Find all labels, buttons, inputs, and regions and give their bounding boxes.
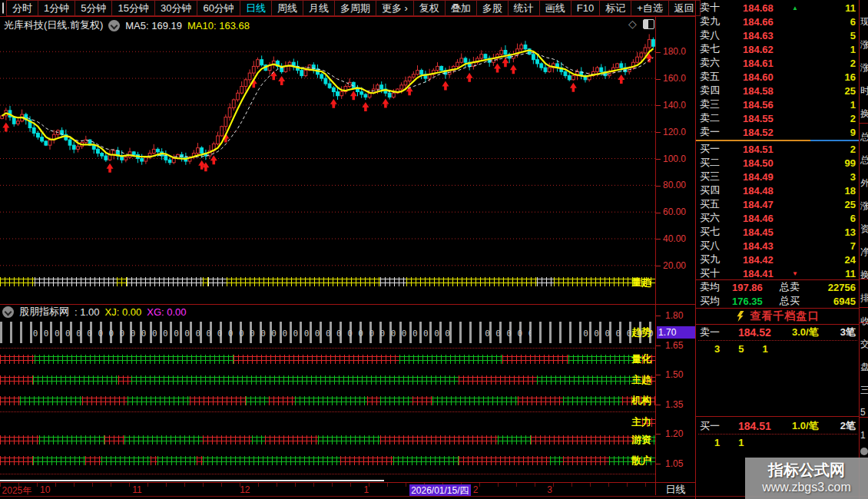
sell-level-row-6[interactable]: 卖四184.5825 [696,84,860,97]
axis-label: 60.00 [663,207,686,217]
level-label: 卖五 [700,70,743,84]
sell-queue: 351 [696,342,860,355]
level-label: 买七 [700,225,743,239]
axis-tick [656,105,661,106]
clipped-char-9: 资 [860,223,868,236]
level-price: 184.46 [743,213,792,224]
toolbar-period-7[interactable]: 周线 [271,0,303,16]
level-price: 184.61 [743,58,792,69]
sell-level-row-4[interactable]: 卖六184.612 [696,56,860,70]
sell-level-row-5[interactable]: 卖五184.6016 [696,70,860,84]
layout-icon[interactable] [2,2,4,14]
buy-level-row-5[interactable]: 买六184.466 [696,211,860,225]
fence-segment [0,276,35,289]
fence-segment [128,395,190,407]
buy-level-row-9[interactable]: 买十184.41▼11 [696,266,860,280]
toolbar-action-6[interactable]: 标记 [599,0,631,16]
clipped-char-16: 三 [860,384,868,397]
fence-segment [252,435,265,446]
toolbar-action-7[interactable]: +自选 [631,0,669,16]
axis-label: 100.0 [663,154,686,164]
dotted-separator [698,434,857,435]
level-label: 买九 [700,253,743,266]
diamond-icon[interactable]: ◇ [628,18,637,30]
axis-label: 40.00 [663,233,686,244]
toolbar-action-2[interactable]: 多股 [476,0,509,16]
axis-tick [656,405,661,405]
buy-level-row-1[interactable]: 买二184.5099 [696,156,860,170]
thousand-depth-button[interactable]: 查看千档盘口 [696,308,860,325]
watermark-title: 指标公式网 [745,460,868,481]
toolbar-action-3[interactable]: 统计 [508,0,540,16]
chevron-down-icon[interactable] [108,20,120,31]
toolbar-period-1[interactable]: 1分钟 [38,0,75,16]
toolbar-action-5[interactable]: F10 [571,0,600,16]
axis-label: 1.20 [665,428,683,439]
maximize-pane-icon[interactable] [643,19,654,29]
fence-segment [459,375,537,386]
toolbar-period-3[interactable]: 15分钟 [111,0,154,16]
zero-run: 0000000000000000000000000000000000000000… [485,329,531,341]
clipped-char-7: 外 [860,177,868,190]
chevron-down-icon[interactable] [2,306,14,318]
buy-level-row-0[interactable]: 买一184.512 [696,142,860,156]
level-label: 买八 [700,239,743,253]
sell-level-row-0[interactable]: 卖十184.68▲11 [696,1,860,15]
buy-level-row-6[interactable]: 买七184.4513 [696,225,860,239]
level-label: 买二 [700,156,743,170]
axis-tick [656,186,661,187]
level-price: 184.63 [743,30,792,41]
sell-level-row-1[interactable]: 卖九184.666 [696,15,860,28]
toolbar-period-8[interactable]: 月线 [303,0,335,16]
sell-level-row-3[interactable]: 卖七184.621 [696,42,860,56]
buy-level-row-8[interactable]: 买九184.4224 [696,253,860,266]
axis-label: 120.0 [663,127,686,137]
toolbar-action-1[interactable]: 叠加 [445,0,477,16]
level-label: 卖二 [700,111,743,125]
level-label: 买一 [700,142,743,156]
level-label: 买五 [700,197,743,211]
thousand-depth-label: 查看千档盘口 [750,309,820,323]
clipped-char-13: 收 [860,315,868,328]
level-qty: 1 [850,99,856,111]
axis-label: 20.00 [663,260,686,271]
fence-segment [563,455,609,467]
sell-level-row-8[interactable]: 卖二184.552 [696,111,860,125]
toolbar-action-0[interactable]: 复权 [413,0,446,16]
clipped-char-11: 换 [860,269,868,282]
up-marker-icon: ▲ [792,5,801,12]
level2-sell-block: 卖一 184.52 3.0/笔 3笔 351 [696,325,860,355]
indicator-row-label-0: 量化 [631,353,651,365]
toolbar-period-0[interactable]: 分时 [6,0,38,16]
toolbar-period-6[interactable]: 日线 [240,0,272,16]
fence-segment [531,435,635,446]
sell-level-row-9[interactable]: 卖一184.529 [696,125,860,139]
dotted-separator [0,348,655,349]
toolbar-period-10[interactable]: 更多 › [376,0,414,16]
clipped-char-0: 现 [860,15,868,28]
toolbar-period-5[interactable]: 60分钟 [197,0,240,16]
l2-sell-per: 3.0/笔 [792,326,835,339]
buy-level-row-2[interactable]: 买三184.493 [696,170,860,183]
sell-level-row-2[interactable]: 卖八184.635 [696,28,860,42]
axis-tick [656,132,661,133]
toolbar-period-2[interactable]: 5分钟 [75,0,112,16]
buy-level-row-3[interactable]: 买四184.4818 [696,183,860,197]
toolbar-period-4[interactable]: 30分钟 [154,0,197,16]
period-box[interactable]: 日线 [655,482,696,495]
candlestick-chart[interactable] [0,17,655,275]
price-axis: 180.0160.0140.0120.0100.080.0060.0040.00… [655,17,696,304]
clipped-side-panel: 现涨涨时换总总外涨资净换排收交盘三51 [859,0,868,499]
date-axis[interactable]: 2025年10111212026/01/15/四23 [0,482,655,496]
total-buy-value: 6945 [833,296,856,307]
buy-level-row-4[interactable]: 买五184.4725 [696,197,860,211]
level-price: 184.49 [743,171,792,183]
toolbar-period-9[interactable]: 多周期 [334,0,376,16]
strip-line [860,307,868,308]
level-qty: 7 [850,240,856,252]
buy-level-row-7[interactable]: 买八184.437 [696,239,860,253]
fence-segment [124,435,203,446]
toolbar-action-4[interactable]: 画线 [539,0,571,16]
sell-level-row-7[interactable]: 卖三184.561 [696,97,860,111]
indicator-axis: 1.801.651.501.351.201.051.70 [655,305,696,482]
